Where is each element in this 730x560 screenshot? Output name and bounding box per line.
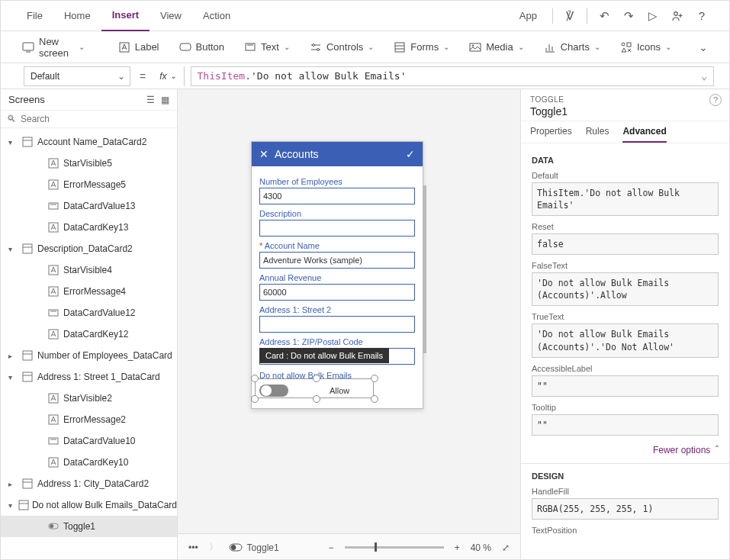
- ribbon-label[interactable]: Label: [112, 38, 166, 56]
- tree-node[interactable]: ▾Description_DataCard2: [1, 238, 177, 259]
- tree-node[interactable]: ▸Address 1: City_DataCard2: [1, 473, 177, 494]
- card-icon: [21, 350, 34, 361]
- stethoscope-icon[interactable]: ℣: [558, 4, 582, 28]
- phone-scrollbar[interactable]: [423, 185, 426, 353]
- tree-node-label: StarVisible2: [63, 393, 112, 404]
- field-input[interactable]: [259, 188, 415, 204]
- field-input[interactable]: [259, 220, 415, 237]
- field-input[interactable]: [259, 316, 415, 333]
- ribbon-media[interactable]: Media⌄: [463, 38, 529, 56]
- card-tooltip: Card : Do not allow Bulk Emails: [259, 348, 389, 363]
- tree-node[interactable]: ▾Address 1: Street 1_DataCard: [1, 366, 177, 388]
- toggle-label: Do not allow Bulk Emails: [259, 371, 415, 380]
- tree-node[interactable]: ▾Do not allow Bulk Emails_DataCard: [1, 494, 177, 516]
- phone-check-icon[interactable]: ✓: [406, 148, 415, 160]
- tree-node[interactable]: DataCardValue13: [1, 195, 177, 217]
- tab-properties[interactable]: Properties: [530, 121, 572, 143]
- ribbon-charts-label: Charts: [561, 41, 590, 53]
- ribbon-controls[interactable]: Controls⌄: [304, 38, 380, 56]
- menu-view[interactable]: View: [150, 1, 192, 31]
- tree-grid-icon[interactable]: ▦: [161, 95, 169, 105]
- tree-list-icon[interactable]: ☰: [146, 95, 155, 105]
- input-falsetext[interactable]: 'Do not allow Bulk Emails (Accounts)'.Al…: [532, 272, 719, 306]
- tree-node[interactable]: ErrorMessage5: [1, 174, 177, 195]
- tree-node[interactable]: StarVisible5: [1, 153, 177, 174]
- menu-file[interactable]: File: [16, 1, 53, 31]
- phone-close-icon[interactable]: ✕: [259, 148, 269, 160]
- tab-rules[interactable]: Rules: [586, 121, 609, 143]
- tree-node[interactable]: ▸Number of Employees_DataCard: [1, 345, 177, 366]
- ctrl-icon: [47, 179, 60, 190]
- menu-home[interactable]: Home: [53, 1, 101, 31]
- input-tooltip[interactable]: "": [532, 414, 719, 436]
- tree-search[interactable]: 🔍︎: [1, 111, 177, 128]
- field-label: Address 1: Street 2: [259, 305, 415, 314]
- menu-app[interactable]: App: [509, 1, 548, 31]
- breadcrumb-toggle[interactable]: Toggle1: [229, 542, 279, 553]
- play-icon[interactable]: ▷: [641, 4, 665, 28]
- screen-icon: [22, 41, 34, 53]
- tree-node-label: Toggle1: [63, 521, 95, 532]
- input-handlefill[interactable]: RGBA(255, 255, 255, 1): [532, 498, 719, 520]
- input-default[interactable]: ThisItem.'Do not allow Bulk Emails': [532, 182, 719, 216]
- ribbon-icons[interactable]: Icons⌄: [614, 38, 677, 56]
- tree-node[interactable]: DataCardKey13: [1, 217, 177, 238]
- tree-node[interactable]: DataCardValue10: [1, 430, 177, 452]
- label-textposition: TextPosition: [532, 526, 719, 535]
- ctrl-icon: [47, 414, 60, 425]
- field-input[interactable]: [259, 252, 415, 269]
- equals-sign: =: [137, 70, 149, 82]
- redo-icon[interactable]: ↷: [616, 4, 641, 28]
- ribbon-new-screen[interactable]: New screen⌄: [16, 33, 91, 62]
- formula-input[interactable]: ThisItem.'Do not allow Bulk Emails': [191, 66, 714, 86]
- menu-insert[interactable]: Insert: [101, 1, 150, 31]
- card-icon: [21, 372, 34, 382]
- tree-node[interactable]: DataCardKey12: [1, 323, 177, 345]
- tree-node[interactable]: DataCardValue12: [1, 302, 177, 323]
- help-icon[interactable]: ?: [690, 4, 714, 28]
- breadcrumb-more-icon[interactable]: •••: [188, 542, 198, 553]
- ribbon-new-screen-label: New screen: [39, 36, 74, 59]
- toggle-control[interactable]: [259, 385, 288, 397]
- fewer-options-link[interactable]: Fewer options ˆ: [653, 445, 719, 455]
- tree-node[interactable]: StarVisible4: [1, 259, 177, 281]
- panel-help-icon[interactable]: ?: [709, 94, 722, 106]
- input-reset[interactable]: false: [532, 233, 719, 255]
- tree-node[interactable]: DataCardKey10: [1, 452, 177, 473]
- field-input[interactable]: [259, 284, 415, 301]
- ribbon-forms[interactable]: Forms⌄: [388, 38, 455, 56]
- share-icon[interactable]: [665, 4, 690, 28]
- input-accessiblelabel[interactable]: "": [532, 375, 719, 397]
- field-label: Number of Employees: [259, 177, 415, 186]
- tree-node[interactable]: StarVisible2: [1, 388, 177, 409]
- val-icon: [47, 201, 60, 211]
- tree-node-label: Description_DataCard2: [37, 243, 133, 254]
- zoom-in-icon[interactable]: +: [455, 542, 460, 553]
- fx-button[interactable]: fx⌄: [155, 66, 184, 86]
- tree-node-label: Address 1: City_DataCard2: [37, 478, 149, 489]
- input-truetext[interactable]: 'Do not allow Bulk Emails (Accounts)'.'D…: [532, 323, 719, 357]
- tree-node[interactable]: ▾Account Name_DataCard2: [1, 131, 177, 153]
- zoom-slider[interactable]: [345, 546, 444, 549]
- menu-action[interactable]: Action: [192, 1, 241, 31]
- zoom-out-icon[interactable]: −: [329, 542, 334, 553]
- tree-node[interactable]: Toggle1: [1, 516, 177, 537]
- ribbon-charts[interactable]: Charts⌄: [538, 38, 606, 56]
- tree-node[interactable]: ErrorMessage4: [1, 281, 177, 302]
- tab-advanced[interactable]: Advanced: [622, 121, 666, 143]
- toggle-text: Allow: [291, 386, 349, 395]
- svg-rect-4: [246, 43, 255, 50]
- ribbon-button[interactable]: Button: [173, 38, 231, 56]
- expand-icon[interactable]: ⤢: [502, 542, 510, 553]
- card-icon: [21, 243, 34, 254]
- ribbon-overflow[interactable]: ⌄: [693, 38, 714, 56]
- property-dropdown[interactable]: Default: [24, 66, 130, 86]
- ribbon-toolbar: New screen⌄ Label Button Text⌄ Controls⌄…: [1, 31, 729, 63]
- property-panel: TOGGLE Toggle1 ? Properties Rules Advanc…: [520, 89, 729, 560]
- tree-search-input[interactable]: [21, 114, 171, 124]
- media-icon: [469, 41, 481, 53]
- ribbon-text[interactable]: Text⌄: [238, 38, 296, 56]
- tree-node[interactable]: ErrorMessage2: [1, 409, 177, 430]
- undo-icon[interactable]: ↶: [592, 4, 616, 28]
- icons-icon: [620, 41, 632, 53]
